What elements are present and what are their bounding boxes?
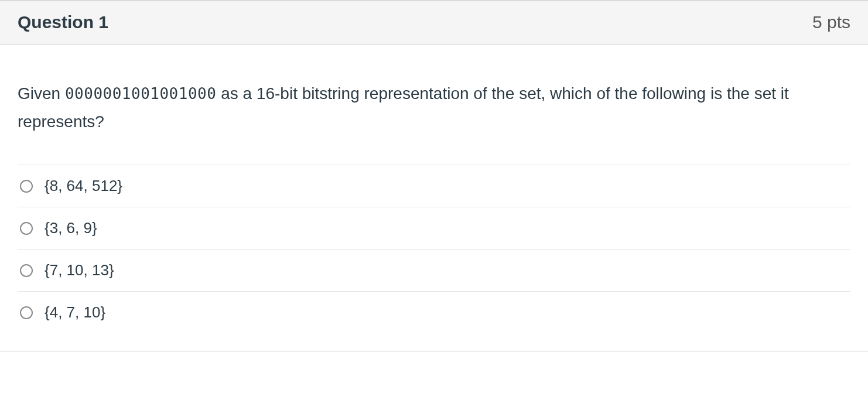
radio-icon[interactable]	[20, 180, 33, 193]
question-bitstring: 0000001001001000	[65, 85, 216, 102]
answer-option[interactable]: {8, 64, 512}	[18, 165, 850, 207]
answer-option[interactable]: {7, 10, 13}	[18, 249, 850, 291]
question-body: Given 0000001001001000 as a 16-bit bitst…	[0, 45, 868, 351]
question-card: Question 1 5 pts Given 0000001001001000 …	[0, 0, 868, 351]
radio-icon[interactable]	[20, 306, 33, 319]
answer-option[interactable]: {4, 7, 10}	[18, 291, 850, 345]
answer-label: {7, 10, 13}	[45, 261, 114, 279]
question-text: Given 0000001001001000 as a 16-bit bitst…	[18, 80, 850, 135]
answer-option[interactable]: {3, 6, 9}	[18, 207, 850, 249]
answer-label: {3, 6, 9}	[45, 219, 97, 237]
answer-list: {8, 64, 512} {3, 6, 9} {7, 10, 13} {4, 7…	[18, 165, 850, 345]
question-points: 5 pts	[812, 12, 850, 32]
question-title: Question 1	[18, 12, 108, 32]
question-text-before: Given	[18, 84, 65, 102]
answer-label: {4, 7, 10}	[45, 303, 105, 322]
radio-icon[interactable]	[20, 264, 33, 277]
answer-label: {8, 64, 512}	[45, 177, 122, 195]
question-header: Question 1 5 pts	[0, 1, 868, 45]
radio-icon[interactable]	[20, 222, 33, 235]
